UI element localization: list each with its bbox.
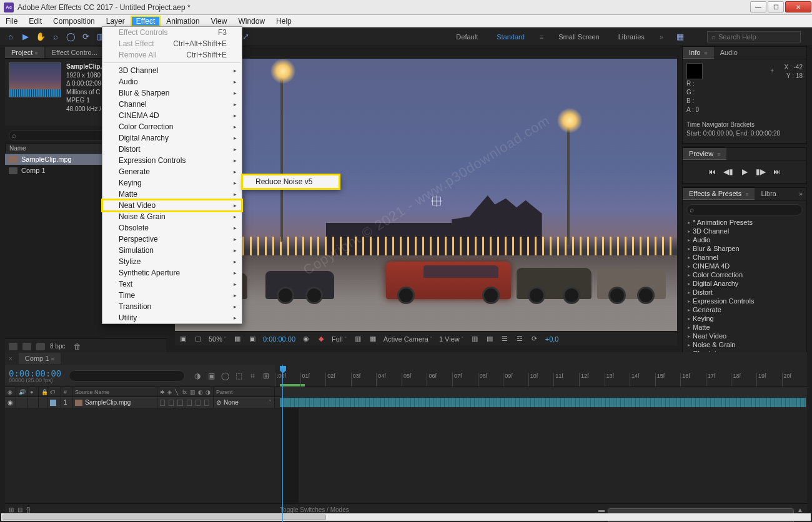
hand-tool-icon[interactable]: ✋ [35, 31, 46, 42]
new-folder-icon[interactable] [22, 343, 31, 350]
effects-search-input[interactable] [686, 204, 803, 215]
layer-color[interactable] [47, 397, 61, 408]
effects-category-distort[interactable]: Distort [683, 288, 806, 297]
effect-menu-utility[interactable]: Utility [102, 312, 242, 323]
col-audio[interactable]: 🔊 [16, 387, 27, 396]
minimize-button[interactable]: — [750, 1, 766, 12]
timeline-close-tab[interactable]: × [5, 353, 16, 364]
menu-composition[interactable]: Composition [47, 16, 101, 27]
layer-video-toggle[interactable] [5, 397, 16, 408]
clip-thumbnail[interactable] [9, 62, 61, 97]
reset-exposure-icon[interactable]: ⟳ [530, 335, 539, 343]
menu-help[interactable]: Help [270, 16, 297, 27]
viewer-timecode[interactable]: 0:00:00:00 [263, 335, 295, 343]
flowchart-icon[interactable]: ☲ [515, 335, 524, 343]
layer-lock-toggle[interactable] [39, 397, 47, 408]
views-dropdown[interactable]: 1 View [439, 335, 464, 343]
effect-menu-stylize[interactable]: Stylize [102, 256, 242, 267]
effects-category-cinema-4d[interactable]: CINEMA 4D [683, 262, 806, 270]
col-lock[interactable]: 🔒 [39, 387, 47, 396]
effects-category-generate[interactable]: Generate [683, 305, 806, 314]
effect-menu-channel[interactable]: Channel [102, 99, 242, 110]
exposure-value[interactable]: +0,0 [545, 335, 559, 343]
layer-parent-dropdown[interactable]: ⊘None ˅ [214, 397, 275, 408]
tab-audio[interactable]: Audio [714, 47, 744, 59]
effect-menu-synthetic-aperture[interactable]: Synthetic Aperture [102, 267, 242, 278]
tl-foot-icon1[interactable]: ⊞ [9, 506, 14, 513]
effects-category-expression-controls[interactable]: Expression Controls [683, 297, 806, 305]
zoom-tool-icon[interactable]: ⌕ [50, 31, 61, 42]
timeline-tab-comp1[interactable]: Comp 1 ≡ [19, 353, 61, 364]
effect-menu-distort[interactable]: Distort [102, 144, 242, 155]
col-label[interactable]: 🏷 [47, 387, 61, 396]
3d-view-icon[interactable]: ▥ [354, 335, 362, 343]
prev-frame-button[interactable]: ◀▮ [723, 167, 733, 176]
menu-file[interactable]: File [0, 16, 23, 27]
next-frame-button[interactable]: ▮▶ [756, 167, 766, 176]
layer-audio-toggle[interactable] [16, 397, 27, 408]
timeline-ruler[interactable]: :00f01f02f03f04f05f06f07f08f09f10f11f12f… [275, 365, 807, 387]
effects-category-audio[interactable]: Audio [683, 235, 806, 244]
effect-menu-text[interactable]: Text [102, 278, 242, 290]
effects-category-color-correction[interactable]: Color Correction [683, 270, 806, 279]
camera-dropdown[interactable]: Active Camera [384, 335, 433, 343]
timeline-icon[interactable]: ☰ [500, 335, 509, 343]
tab-libraries[interactable]: Libra [755, 188, 782, 200]
resolution-icon[interactable]: ▦ [233, 335, 242, 343]
zoom-dropdown[interactable]: 50% [209, 335, 227, 343]
effect-menu-last-effect[interactable]: Last EffectCtrl+Alt+Shift+E [102, 38, 242, 49]
selection-tool-icon[interactable]: ▶ [20, 31, 31, 42]
submenu-reduce-noise[interactable]: Reduce Noise v5 [243, 175, 339, 188]
tab-effects-presets[interactable]: Effects & Presets≡ [683, 188, 755, 200]
timeline-zoom-slider[interactable] [607, 508, 795, 513]
zoom-in-icon[interactable]: ▲ [797, 506, 803, 513]
resolution-dropdown[interactable]: Full [332, 335, 347, 343]
tl-opt-1-icon[interactable]: ◑ [192, 372, 202, 380]
close-button[interactable]: ✕ [785, 1, 811, 12]
tab-effect-controls[interactable]: Effect Contro... [46, 47, 104, 58]
effect-menu-color-correction[interactable]: Color Correction [102, 121, 242, 132]
menu-edit[interactable]: Edit [23, 16, 47, 27]
layer-switches[interactable] [157, 397, 214, 408]
tab-project[interactable]: Project ≡ [5, 47, 44, 58]
tl-opt-2-icon[interactable]: ▣ [206, 372, 216, 380]
effects-category-3d-channel[interactable]: 3D Channel [683, 227, 806, 235]
effect-menu-time[interactable]: Time [102, 290, 242, 301]
effect-menu-digital-anarchy[interactable]: Digital Anarchy [102, 132, 242, 144]
timeline-search-input[interactable] [69, 370, 185, 382]
menu-view[interactable]: View [205, 16, 233, 27]
effect-menu-3d-channel[interactable]: 3D Channel [102, 65, 242, 76]
layer-solo-toggle[interactable] [27, 397, 39, 408]
pixel-aspect-icon[interactable]: ▥ [470, 335, 479, 343]
col-solo[interactable]: ● [27, 387, 39, 396]
effect-menu-noise-grain[interactable]: Noise & Grain [102, 211, 242, 222]
last-frame-button[interactable]: ⏭ [772, 167, 782, 176]
transparency-grid-icon[interactable]: ▢ [194, 335, 202, 343]
tab-info[interactable]: Info≡ [683, 47, 714, 59]
col-source-name[interactable]: Source Name [72, 387, 157, 396]
maximize-button[interactable]: ☐ [768, 1, 784, 12]
tl-opt-3-icon[interactable]: ◯ [220, 372, 230, 380]
roi-icon[interactable]: ▣ [248, 335, 257, 343]
effect-menu-matte[interactable]: Matte [102, 189, 242, 200]
timeline-empty-area[interactable] [5, 408, 807, 503]
workspace-standard[interactable]: Standard [493, 32, 528, 42]
tl-foot-icon3[interactable]: {} [26, 506, 31, 513]
effect-menu-simulation[interactable]: Simulation [102, 245, 242, 256]
layer-name[interactable]: SampleClip.mpg [72, 397, 157, 408]
effects-category-blur-sharpen[interactable]: Blur & Sharpen [683, 244, 806, 253]
tl-foot-icon2[interactable]: ⊟ [17, 506, 22, 513]
workspace-default[interactable]: Default [452, 32, 482, 42]
effects-category-channel[interactable]: Channel [683, 253, 806, 262]
fast-preview-icon[interactable]: ▤ [485, 335, 494, 343]
effect-menu-transition[interactable]: Transition [102, 301, 242, 312]
effects-category-noise-grain[interactable]: Noise & Grain [683, 340, 806, 349]
channel-icon[interactable]: ◆ [317, 335, 325, 343]
tl-opt-4-icon[interactable]: ⬚ [234, 372, 244, 380]
effects-category-neat-video[interactable]: Neat Video [683, 332, 806, 340]
menu-layer[interactable]: Layer [101, 16, 131, 27]
workspace-libraries[interactable]: Libraries [615, 32, 648, 42]
col-index[interactable]: # [61, 387, 72, 396]
toggle-switches-label[interactable]: Toggle Switches / Modes [31, 506, 598, 513]
new-comp-icon[interactable] [36, 343, 45, 350]
